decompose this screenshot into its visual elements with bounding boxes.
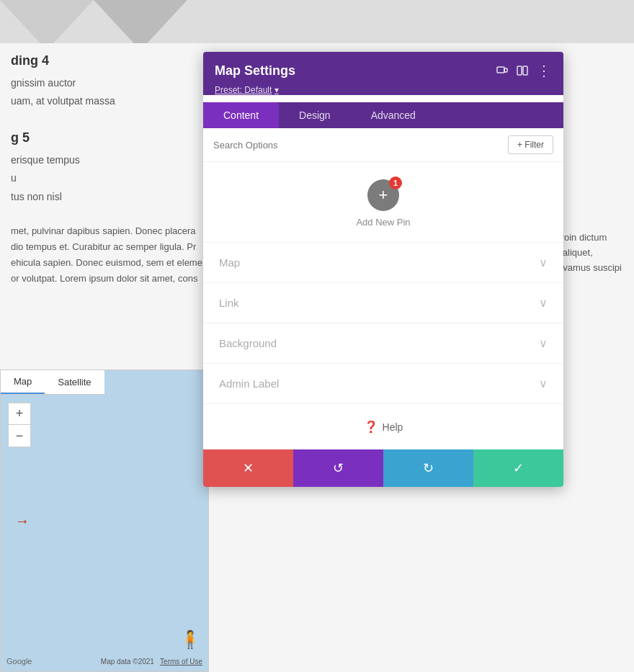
top-decorative-shapes — [0, 0, 634, 43]
add-pin-area: + 1 Add New Pin — [203, 162, 563, 243]
plus-icon: + — [379, 187, 388, 203]
search-input[interactable] — [213, 140, 502, 151]
text-line-1: gnissim auctor — [11, 75, 205, 91]
panel-header-icons: ⋮ — [496, 62, 552, 79]
zoom-in-button[interactable]: + — [9, 403, 30, 425]
svg-rect-1 — [504, 68, 507, 72]
section-map[interactable]: Map ∨ — [203, 243, 563, 283]
shape-right — [94, 0, 187, 43]
panel-header-top: Map Settings ⋮ — [215, 62, 552, 79]
save-icon: ✓ — [513, 460, 524, 476]
cancel-icon: ✕ — [243, 460, 254, 476]
panel-tabs: Content Design Advanced — [203, 102, 563, 128]
filter-button[interactable]: + Filter — [508, 135, 553, 154]
satellite-view-button[interactable]: Satellite — [45, 370, 104, 394]
shape-left — [0, 0, 94, 43]
text-line-4: u — [11, 170, 205, 186]
section-background-label: Background — [219, 337, 277, 349]
help-icon: ❓ — [364, 420, 378, 434]
right-text-2: e aliquet, — [555, 246, 627, 261]
svg-rect-0 — [497, 67, 504, 73]
body-paragraph: met, pulvinar dapibus sapien. Donec plac… — [0, 223, 216, 287]
terms-of-use-link[interactable]: Terms of Use — [160, 658, 202, 666]
preset-arrow: ▾ — [274, 85, 279, 95]
right-text-3: Vivamus suscipi — [555, 261, 627, 276]
heading-5: g 5 — [11, 127, 205, 148]
section-background[interactable]: Background ∨ — [203, 323, 563, 364]
section-admin-chevron: ∨ — [539, 377, 548, 390]
text-line-3: erisque tempus — [11, 152, 205, 168]
panel-title: Map Settings — [215, 63, 295, 79]
panel-header: Map Settings ⋮ Preset: Default — [203, 52, 563, 95]
tab-design[interactable]: Design — [279, 102, 351, 128]
tab-content[interactable]: Content — [203, 102, 279, 128]
more-options-icon[interactable]: ⋮ — [537, 62, 552, 79]
section-background-chevron: ∨ — [539, 336, 548, 350]
map-view-button[interactable]: Map — [1, 370, 45, 394]
text-line-2: uam, at volutpat massa — [11, 93, 205, 109]
zoom-out-button[interactable]: − — [9, 425, 30, 447]
panel-body: + Filter + 1 Add New Pin Map ∨ Link ∨ Ba… — [203, 128, 563, 449]
save-button[interactable]: ✓ — [473, 449, 563, 487]
help-row[interactable]: ❓ Help — [203, 404, 563, 449]
page-content-left: ding 4 gnissim auctor uam, at volutpat m… — [0, 43, 216, 214]
google-label: Google — [6, 657, 32, 666]
map-data-label: Map data ©2021 Terms of Use — [101, 658, 202, 666]
right-text-1: Proin dictum — [555, 230, 627, 246]
map-toolbar: Map Satellite — [1, 370, 104, 395]
heading-4: ding 4 — [11, 50, 205, 71]
redo-button[interactable]: ↻ — [383, 449, 473, 487]
settings-panel: Map Settings ⋮ Preset: Default — [203, 52, 563, 487]
columns-icon[interactable] — [517, 65, 528, 76]
cancel-button[interactable]: ✕ — [203, 449, 293, 487]
panel-preset[interactable]: Preset: Default ▾ — [215, 85, 552, 95]
responsive-icon[interactable] — [496, 65, 508, 76]
section-link-chevron: ∨ — [539, 296, 548, 310]
redo-icon: ↻ — [423, 460, 434, 476]
add-pin-button[interactable]: + 1 — [367, 179, 399, 211]
section-admin-label-text: Admin Label — [219, 377, 279, 390]
section-map-label: Map — [219, 256, 240, 269]
panel-search-bar: + Filter — [203, 128, 563, 162]
section-admin-label[interactable]: Admin Label ∨ — [203, 364, 563, 404]
map-data-text: Map data ©2021 — [101, 658, 154, 666]
pin-badge: 1 — [389, 176, 402, 189]
preset-label: Preset: Default — [215, 85, 272, 95]
map-arrow-indicator: → — [15, 513, 30, 529]
map-container: Map Satellite + − → Google Map data ©202… — [0, 369, 209, 672]
text-line-5: tus non nisl — [11, 189, 205, 205]
tab-advanced[interactable]: Advanced — [351, 102, 436, 128]
undo-button[interactable]: ↺ — [293, 449, 383, 487]
help-label: Help — [383, 421, 403, 433]
add-pin-label: Add New Pin — [356, 217, 410, 228]
section-map-chevron: ∨ — [539, 256, 548, 269]
pegman-icon[interactable]: 🧍 — [179, 630, 201, 650]
section-link-label: Link — [219, 297, 239, 309]
svg-rect-2 — [517, 66, 522, 75]
undo-icon: ↺ — [333, 460, 344, 476]
section-link[interactable]: Link ∨ — [203, 283, 563, 323]
svg-rect-3 — [523, 66, 527, 75]
map-zoom-controls: + − — [8, 403, 31, 447]
panel-actions: ✕ ↺ ↻ ✓ — [203, 449, 563, 487]
